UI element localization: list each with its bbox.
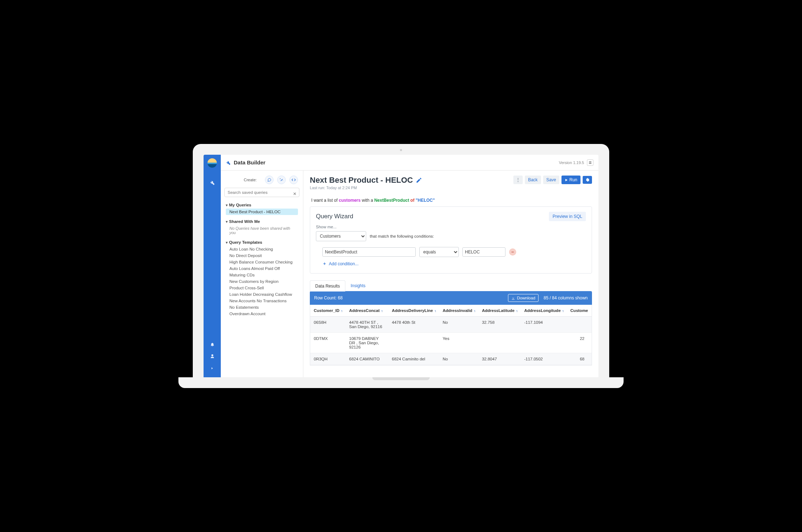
create-wand-button[interactable] xyxy=(277,176,286,184)
results-toolbar: Row Count: 68 Download 85 / 84 columns s… xyxy=(310,291,592,305)
template-item[interactable]: High Balance Consumer Checking xyxy=(226,259,298,265)
nav-rail xyxy=(204,155,221,377)
condition-operator-select[interactable]: equals xyxy=(419,247,459,257)
server-icon[interactable] xyxy=(587,159,593,166)
run-button[interactable]: Run xyxy=(561,176,580,184)
template-item[interactable]: Loan Holder Decreasing Cashflow xyxy=(226,291,298,298)
version-label: Version 1.19.5 xyxy=(559,160,584,165)
add-condition-button[interactable]: ＋ Add condition... xyxy=(322,261,586,267)
col-header[interactable]: AddressLatitude↑↓ xyxy=(478,305,521,317)
last-run-label: Last run: Today at 2:24 PM xyxy=(310,186,422,190)
query-wizard-card: Query Wizard Preview in SQL Show me... C… xyxy=(310,206,592,274)
run-button-label: Run xyxy=(569,177,577,182)
row-count-label: Row Count: 68 xyxy=(314,295,342,300)
collapse-icon[interactable] xyxy=(210,367,214,370)
query-title: Next Best Product - HELOC xyxy=(310,176,413,185)
show-me-label: Show me... xyxy=(316,225,586,229)
query-sidebar: Create: ✕ xyxy=(221,171,303,377)
bell-icon[interactable] xyxy=(210,342,215,347)
tab-insights[interactable]: Insights xyxy=(345,280,371,291)
condition-field-input[interactable] xyxy=(322,247,416,257)
match-label: that match the following conditions: xyxy=(370,234,434,238)
edit-title-icon[interactable] xyxy=(416,177,422,183)
tab-data-results[interactable]: Data Results xyxy=(310,280,345,291)
shared-empty-note: No Queries have been shared with you xyxy=(226,225,298,236)
wrench-icon[interactable] xyxy=(210,180,215,185)
template-item[interactable]: Auto Loan No Checking xyxy=(226,246,298,252)
remove-condition-button[interactable] xyxy=(509,248,516,256)
section-templates[interactable]: Query Templates xyxy=(226,240,298,244)
svg-rect-1 xyxy=(589,163,592,164)
table-row[interactable]: 0DTMX 10679 DABNEY DR , San Diego, 92126… xyxy=(310,333,592,353)
col-header[interactable]: Custome xyxy=(567,305,592,317)
table-row[interactable]: 0R3QH 6824 CAMINITO 6824 Caminito del No… xyxy=(310,353,592,365)
clear-search-icon[interactable]: ✕ xyxy=(293,191,297,196)
template-item[interactable]: New Customers by Region xyxy=(226,278,298,285)
content-area: Next Best Product - HELOC Last run: Toda… xyxy=(303,171,598,377)
results-table: Customer_ID↑↓ AddressConcat↑↓ AddressDel… xyxy=(310,305,592,365)
create-code-button[interactable] xyxy=(289,176,298,184)
col-header[interactable]: Customer_ID↑↓ xyxy=(310,305,346,317)
app-logo[interactable] xyxy=(208,158,217,168)
condition-value-input[interactable] xyxy=(462,247,505,257)
svg-rect-0 xyxy=(589,161,592,162)
template-item[interactable]: Maturing CDs xyxy=(226,272,298,278)
save-button[interactable]: Save xyxy=(543,176,559,184)
template-item[interactable]: No Direct Deposit xyxy=(226,252,298,259)
section-shared[interactable]: Shared With Me xyxy=(226,219,298,224)
template-item[interactable]: Product Cross-Sell xyxy=(226,285,298,291)
more-menu-button[interactable]: ⋮ xyxy=(513,176,523,184)
template-item[interactable]: Auto Loans Almost Paid Off xyxy=(226,265,298,272)
col-header[interactable]: AddressInvalid↑↓ xyxy=(439,305,478,317)
download-button[interactable]: Download xyxy=(508,294,538,302)
svg-rect-2 xyxy=(512,252,514,252)
section-my-queries[interactable]: My Queries xyxy=(226,203,298,207)
settings-button[interactable] xyxy=(583,176,592,184)
create-label: Create: xyxy=(244,178,257,182)
plus-icon: ＋ xyxy=(322,261,327,267)
search-input[interactable] xyxy=(224,188,299,197)
entity-select[interactable]: Customers xyxy=(316,231,366,241)
back-button[interactable]: Back xyxy=(525,176,541,184)
wizard-title: Query Wizard xyxy=(316,213,353,220)
query-sentence: I want a list of customers with a NextBe… xyxy=(310,198,592,203)
col-header[interactable]: AddressConcat↑↓ xyxy=(346,305,388,317)
template-item[interactable]: No Estatements xyxy=(226,304,298,311)
columns-shown-label[interactable]: 85 / 84 columns shown xyxy=(544,295,588,300)
page-header-title: Data Builder xyxy=(234,159,265,165)
wrench-icon xyxy=(226,160,231,165)
top-header: Data Builder Version 1.19.5 xyxy=(221,155,598,171)
col-header[interactable]: AddressLongitude↑↓ xyxy=(521,305,567,317)
preview-sql-button[interactable]: Preview in SQL xyxy=(549,212,586,221)
template-item[interactable]: Overdrawn Account xyxy=(226,311,298,317)
table-row[interactable]: 06S8H 4478 40TH ST , San Diego, 92116 44… xyxy=(310,317,592,333)
col-header[interactable]: AddressDeliveryLine↑↓ xyxy=(388,305,439,317)
create-chat-button[interactable] xyxy=(265,176,274,184)
user-icon[interactable] xyxy=(210,354,215,359)
template-item[interactable]: New Accounts No Transactions xyxy=(226,298,298,304)
query-item-heloc[interactable]: Next Best Product - HELOC xyxy=(226,209,298,215)
